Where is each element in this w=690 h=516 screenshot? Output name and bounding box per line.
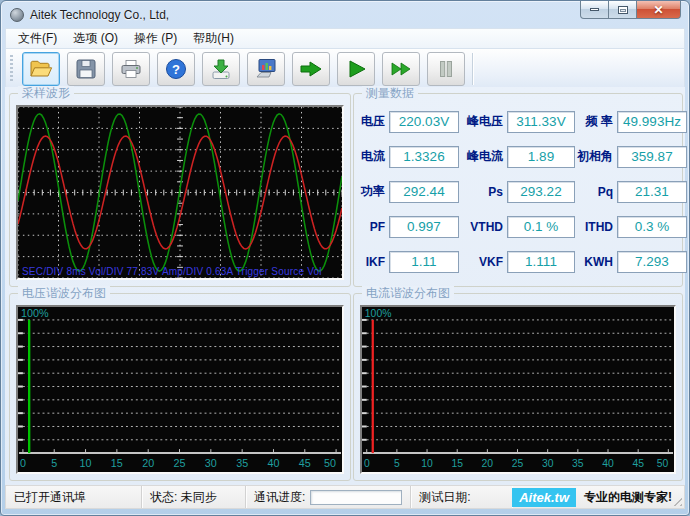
help-icon: ? — [164, 57, 188, 81]
svg-text:5: 5 — [51, 457, 57, 469]
field-value-current: 1.3326 — [389, 146, 459, 168]
field-value-ikf: 1.11 — [389, 251, 459, 273]
open-folder-icon — [29, 57, 53, 81]
current-harmonics-plot: 05101520253035404550100% — [362, 307, 674, 472]
group-voltage-harmonics: 电压谐波分布图 05101520253035404550100% — [9, 293, 351, 481]
toolbar-separator — [472, 53, 473, 85]
measurement-grid: 电压 220.03V 峰电压 311.33V 频 率 49.993Hz 电流 1… — [359, 104, 677, 282]
maximize-button[interactable] — [609, 1, 636, 19]
svg-text:5: 5 — [394, 457, 400, 469]
minimize-button[interactable] — [580, 1, 609, 19]
field-label-current: 电流 — [359, 148, 387, 165]
svg-text:25: 25 — [173, 457, 185, 469]
open-button[interactable] — [22, 52, 60, 86]
voltage-harmonics-plot: 05101520253035404550100% — [18, 307, 342, 472]
printer-icon — [119, 57, 143, 81]
svg-text:0: 0 — [20, 457, 26, 469]
field-value-ps: 293.22 — [507, 181, 575, 203]
field-label-kwh: KWH — [577, 255, 615, 269]
field-value-frequency: 49.993Hz — [617, 111, 687, 133]
field-label-pf: PF — [359, 220, 387, 234]
svg-text:30: 30 — [205, 457, 217, 469]
waveform-plot — [18, 107, 342, 278]
svg-text:35: 35 — [236, 457, 248, 469]
waveform-scope: SEC/DIV 8ms Vol/DIV 77.83V Amp/DIV 0.63A… — [16, 105, 344, 280]
fast-forward-button[interactable] — [382, 52, 420, 86]
toolbar-grip[interactable] — [10, 55, 13, 83]
field-value-vkf: 1.111 — [507, 251, 575, 273]
run-button[interactable] — [292, 52, 330, 86]
svg-text:45: 45 — [299, 457, 311, 469]
field-label-ikf: IKF — [359, 255, 387, 269]
field-value-peak-current: 1.89 — [507, 146, 575, 168]
field-label-frequency: 频 率 — [577, 113, 615, 130]
pause-icon — [434, 57, 458, 81]
svg-text:10: 10 — [421, 457, 433, 469]
svg-text:35: 35 — [572, 457, 584, 469]
field-value-power: 292.44 — [389, 181, 459, 203]
play-icon — [344, 57, 368, 81]
save-floppy-icon — [74, 57, 98, 81]
run-arrow-icon — [299, 57, 323, 81]
statusbar: 已打开通讯埠 状态: 未同步 通讯进度: 测试日期: Aitek.tw 专业的电… — [5, 485, 685, 509]
svg-text:100%: 100% — [21, 307, 49, 319]
field-value-pq: 21.31 — [617, 181, 687, 203]
menu-item-operate[interactable]: 操作 (P) — [126, 28, 185, 49]
field-value-vthd: 0.1 % — [507, 216, 575, 238]
field-label-ithd: ITHD — [577, 220, 615, 234]
svg-text:15: 15 — [111, 457, 123, 469]
svg-text:20: 20 — [142, 457, 154, 469]
svg-text:20: 20 — [482, 457, 494, 469]
help-button[interactable]: ? — [157, 52, 195, 86]
status-port: 已打开通讯埠 — [6, 486, 142, 508]
menu-item-file[interactable]: 文件(F) — [10, 28, 65, 49]
save-button[interactable] — [67, 52, 105, 86]
svg-text:25: 25 — [512, 457, 524, 469]
field-value-voltage: 220.03V — [389, 111, 459, 133]
download-button[interactable] — [202, 52, 240, 86]
field-label-phase-angle: 初相角 — [577, 148, 615, 165]
field-label-ps: Ps — [461, 185, 505, 199]
group-current-harmonics-title: 电流谐波分布图 — [362, 286, 454, 300]
client-area: 采样波形 SEC/DIV 8ms Vol/DIV 77.83V Amp/DIV … — [5, 87, 685, 485]
close-button[interactable]: ✕ — [636, 1, 681, 19]
group-current-harmonics: 电流谐波分布图 05101520253035404550100% — [353, 293, 683, 481]
window-controls: ✕ — [580, 1, 681, 19]
monitor-button[interactable] — [247, 52, 285, 86]
fast-forward-icon — [389, 57, 413, 81]
svg-text:0: 0 — [364, 457, 370, 469]
monitor-chart-icon — [254, 57, 278, 81]
pause-button[interactable] — [427, 52, 465, 86]
progress-bar — [310, 490, 402, 505]
group-voltage-harmonics-title: 电压谐波分布图 — [18, 286, 110, 300]
field-label-peak-voltage: 峰电压 — [461, 113, 505, 130]
play-button[interactable] — [337, 52, 375, 86]
window-title: Aitek Technology Co., Ltd, — [30, 8, 169, 22]
menu-item-help[interactable]: 帮助(H) — [185, 28, 242, 49]
svg-text:40: 40 — [267, 457, 279, 469]
field-label-vkf: VKF — [461, 255, 505, 269]
download-icon — [209, 57, 233, 81]
field-value-ithd: 0.3 % — [617, 216, 687, 238]
field-value-peak-voltage: 311.33V — [507, 111, 575, 133]
svg-text:40: 40 — [602, 457, 614, 469]
field-label-power: 功率 — [359, 183, 387, 200]
group-waveform-title: 采样波形 — [18, 86, 74, 100]
voltage-harmonics-chart: 05101520253035404550100% — [16, 305, 344, 474]
minimize-icon — [590, 8, 599, 11]
group-waveform: 采样波形 SEC/DIV 8ms Vol/DIV 77.83V Amp/DIV … — [9, 93, 351, 287]
print-button[interactable] — [112, 52, 150, 86]
svg-text:10: 10 — [80, 457, 92, 469]
app-icon — [10, 8, 24, 22]
menu-item-options[interactable]: 选项 (O) — [65, 28, 126, 49]
svg-text:?: ? — [172, 62, 180, 77]
status-state: 状态: 未同步 — [142, 486, 246, 508]
field-value-pf: 0.997 — [389, 216, 459, 238]
status-slogan: 专业的电测专家! — [584, 489, 672, 506]
svg-text:100%: 100% — [365, 307, 392, 319]
svg-text:45: 45 — [632, 457, 644, 469]
field-label-peak-current: 峰电流 — [461, 148, 505, 165]
brand-badge: Aitek.tw — [512, 488, 576, 507]
app-window: Aitek Technology Co., Ltd, ✕ 文件(F) 选项 (O… — [0, 0, 690, 516]
waveform-overlay-text: SEC/DIV 8ms Vol/DIV 77.83V Amp/DIV 0.63A… — [22, 266, 322, 277]
